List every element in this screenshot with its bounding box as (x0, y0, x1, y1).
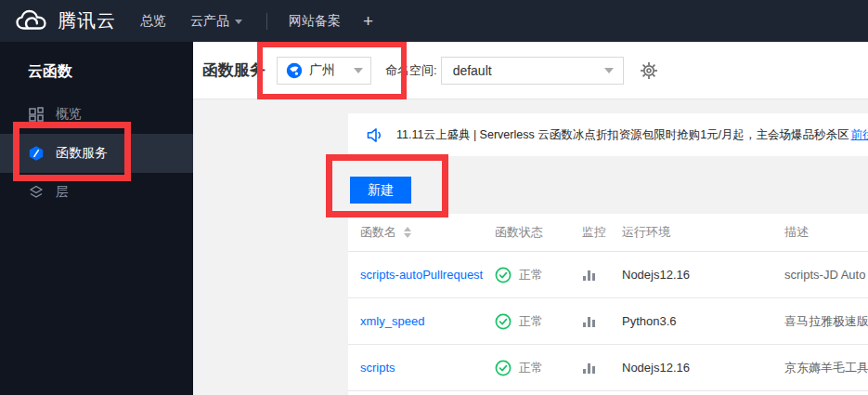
function-table: 函数名 函数状态 监控 运行环境 描述 scripts-autoPullrequ… (348, 214, 868, 395)
table-row: scripts-autoPullrequest 正常 Nodejs12.16 s… (348, 252, 868, 298)
monitor-bars-icon[interactable] (582, 314, 622, 329)
nav-divider (266, 13, 267, 30)
sidebar-title: 云函数 (0, 42, 193, 95)
page-title: 函数服务 (202, 59, 266, 81)
sidebar-item-function-service[interactable]: 函数服务 (0, 134, 193, 173)
column-header-function-name[interactable]: 函数名 (360, 224, 495, 241)
description-cell: scripts-JD Auto P (784, 268, 868, 282)
function-name-link[interactable]: scripts-autoPullrequest (360, 268, 483, 282)
function-hexagon-icon (28, 145, 45, 162)
status-cell: 正常 (495, 313, 582, 330)
status-badge: 正常 (519, 267, 543, 283)
grid-icon (28, 106, 45, 123)
runtime-cell: Python3.6 (622, 314, 784, 328)
sidebar-item-overview[interactable]: 概览 (0, 95, 193, 134)
banner-text: 11.11云上盛典 | Serverless 云函数冰点折扣资源包限时抢购1元/… (396, 127, 849, 143)
table-header-row: 函数名 函数状态 监控 运行环境 描述 (348, 214, 868, 252)
promo-banner: 11.11云上盛典 | Serverless 云函数冰点折扣资源包限时抢购1元/… (348, 113, 868, 156)
chevron-down-icon (354, 68, 363, 73)
chevron-down-icon (604, 68, 614, 73)
tencent-cloud-logo[interactable]: 腾讯云 (0, 8, 116, 34)
column-header-monitor: 监控 (582, 224, 622, 241)
description-cell: 京东薅羊毛工具 (784, 360, 868, 376)
status-cell: 正常 (495, 360, 582, 376)
function-name-link[interactable]: scripts (360, 361, 395, 375)
content-area: 11.11云上盛典 | Serverless 云函数冰点折扣资源包限时抢购1元/… (193, 99, 868, 395)
function-name-link[interactable]: xmly_speed (360, 314, 424, 328)
table-row: scripts 正常 Nodejs12.16 京东薅羊毛工具 (348, 345, 868, 391)
region-selector[interactable]: 广州 (277, 57, 371, 85)
status-ok-icon (495, 313, 512, 330)
top-navbar: 腾讯云 总览 云产品 网站备案 + (0, 0, 868, 42)
page-header: 函数服务 广州 命名空间: default (193, 42, 868, 99)
table-row: xmly_speed 正常 Python3.6 喜马拉雅极速版刷 (348, 298, 868, 345)
namespace-label: 命名空间: (385, 62, 437, 79)
nav-tab-website-icp[interactable]: 网站备案 (289, 13, 341, 30)
sort-icon[interactable] (404, 227, 411, 238)
runtime-cell: Nodejs12.16 (622, 268, 784, 282)
column-header-runtime: 运行环境 (622, 224, 784, 241)
speaker-icon (367, 127, 384, 143)
nav-item-overview[interactable]: 总览 (140, 13, 166, 30)
namespace-value: default (453, 63, 604, 78)
sidebar-item-label: 概览 (56, 106, 82, 123)
status-badge: 正常 (519, 313, 543, 330)
add-tab-button[interactable]: + (363, 11, 373, 32)
monitor-bars-icon[interactable] (582, 268, 622, 283)
banner-go-link[interactable]: 前往 (851, 127, 868, 143)
region-value: 广州 (309, 62, 354, 79)
monitor-bars-icon[interactable] (582, 361, 622, 375)
brand-name: 腾讯云 (58, 8, 116, 33)
create-function-button[interactable]: 新建 (350, 177, 411, 204)
globe-icon (286, 62, 303, 79)
sidebar-item-label: 层 (56, 184, 69, 201)
sidebar: 云函数 概览 函数服务 层 (0, 42, 193, 395)
gear-icon[interactable] (640, 61, 658, 80)
status-ok-icon (495, 267, 512, 283)
description-cell: 喜马拉雅极速版刷 (784, 313, 868, 330)
sidebar-item-label: 函数服务 (56, 145, 108, 162)
namespace-selector[interactable]: default (441, 57, 624, 85)
status-badge: 正常 (519, 360, 543, 376)
runtime-cell: Nodejs12.16 (622, 361, 784, 375)
chevron-down-icon (235, 20, 242, 24)
sidebar-item-layers[interactable]: 层 (0, 173, 193, 212)
nav-item-cloud-products[interactable]: 云产品 (190, 13, 242, 30)
layers-icon (28, 184, 45, 201)
cloud-logo-icon (15, 8, 49, 34)
column-header-status: 函数状态 (495, 224, 582, 241)
status-ok-icon (495, 360, 512, 376)
column-header-description: 描述 (784, 224, 868, 241)
status-cell: 正常 (495, 267, 582, 283)
